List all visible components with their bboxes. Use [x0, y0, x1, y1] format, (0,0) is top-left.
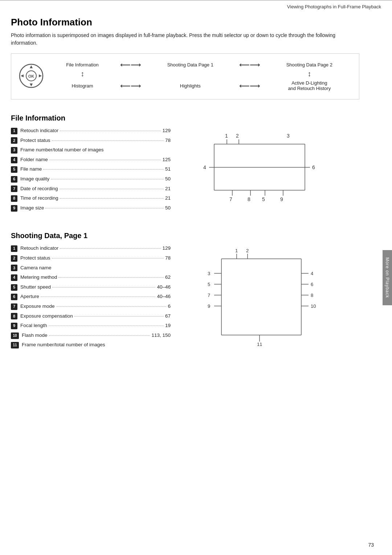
- file-info-list: 1 Retouch indicator 129 2 Protect status: [11, 127, 171, 213]
- nav-active-dlighting: Active D-Lighting and Retouch History: [267, 79, 352, 93]
- svg-text:8: 8: [311, 293, 313, 298]
- nav-arrow-4: ⟵⟶: [233, 79, 267, 93]
- shoot-item-4: 4 Metering method 62: [11, 273, 171, 281]
- shoot-label-6: Aperture 40–46: [20, 293, 171, 301]
- file-item-6: 6 Image quality 50: [11, 175, 171, 183]
- shoot-label-3: Camera name: [20, 264, 171, 272]
- item-num-8: 8: [11, 195, 17, 202]
- shoot-item-2: 2 Protect status 78: [11, 254, 171, 262]
- svg-text:2: 2: [246, 248, 249, 253]
- item-num-4: 4: [11, 157, 17, 163]
- nav-shooting2: Shooting Data Page 2: [267, 60, 352, 69]
- file-item-5: 5 File name 51: [11, 165, 171, 173]
- nav-arrow-2: ⟵⟶: [233, 60, 267, 69]
- nav-file-info: File Information: [51, 60, 114, 69]
- svg-text:3: 3: [287, 133, 290, 139]
- shoot-num-2: 2: [11, 255, 17, 262]
- file-item-9: 9 Image size 50: [11, 204, 171, 212]
- svg-text:2: 2: [236, 133, 239, 139]
- svg-text:4: 4: [203, 164, 206, 170]
- side-tab: More on Playback: [383, 250, 392, 305]
- nav-highlights: Highlights: [148, 79, 233, 93]
- svg-marker-5: [21, 74, 24, 77]
- file-item-1: 1 Retouch indicator 129: [11, 127, 171, 135]
- svg-text:6: 6: [311, 282, 313, 287]
- header-title: Viewing Photographs in Full-Frame Playba…: [287, 4, 381, 9]
- shoot-label-5: Shutter speed 40–46: [20, 283, 171, 291]
- svg-text:5: 5: [208, 282, 210, 287]
- page-container: Viewing Photographs in Full-Frame Playba…: [0, 0, 392, 555]
- file-information-title: File Information: [11, 114, 381, 122]
- diagram-content: File Information ⟵⟶ Shooting Data Page 1…: [51, 60, 352, 93]
- file-info-layout: 1 Retouch indicator 129 2 Protect status: [11, 127, 381, 213]
- shoot-item-11: 11 Frame number/total number of images: [11, 341, 171, 349]
- shoot-label-10: Flash mode 113, 150: [22, 331, 171, 339]
- item-label-9: Image size 50: [20, 204, 171, 212]
- file-item-7: 7 Date of recording 21: [11, 185, 171, 193]
- svg-text:6: 6: [312, 164, 315, 170]
- shoot-item-5: 5 Shutter speed 40–46: [11, 283, 171, 291]
- shoot-num-8: 8: [11, 313, 17, 319]
- main-content: Photo Information Photo information is s…: [0, 9, 392, 380]
- item-label-7: Date of recording 21: [20, 185, 171, 193]
- item-label-2: Protect status 78: [20, 136, 171, 144]
- shoot-label-8: Exposure compensation 67: [20, 312, 171, 320]
- shoot-num-1: 1: [11, 245, 17, 252]
- shooting-info-list: 1 Retouch indicator 129 2 Protect status: [11, 244, 171, 351]
- shoot-label-9: Focal length 19: [20, 322, 171, 330]
- photo-information-section: Photo Information Photo information is s…: [11, 17, 381, 99]
- nav-arrow-1: ⟵⟶: [114, 60, 148, 69]
- shoot-num-3: 3: [11, 265, 17, 271]
- page-header: Viewing Photographs in Full-Frame Playba…: [0, 0, 392, 9]
- shoot-item-8: 8 Exposure compensation 67: [11, 312, 171, 320]
- shoot-label-4: Metering method 62: [20, 273, 171, 281]
- svg-text:OK: OK: [28, 74, 34, 78]
- svg-text:9: 9: [280, 196, 283, 202]
- svg-text:3: 3: [208, 271, 210, 276]
- item-label-5: File name 51: [20, 165, 171, 173]
- svg-text:4: 4: [311, 271, 313, 276]
- shoot-num-11: 11: [11, 342, 19, 348]
- item-num-6: 6: [11, 176, 17, 183]
- file-item-3: 3 Frame number/total number of images: [11, 146, 171, 154]
- svg-text:11: 11: [257, 342, 262, 346]
- svg-text:7: 7: [229, 196, 232, 202]
- intro-text: Photo information is superimposed on ima…: [11, 32, 338, 47]
- svg-text:1: 1: [235, 248, 238, 253]
- item-num-1: 1: [11, 128, 17, 134]
- item-num-9: 9: [11, 205, 17, 212]
- file-item-4: 4 Folder name 125: [11, 156, 171, 164]
- file-item-8: 8 Time of recording 21: [11, 194, 171, 202]
- item-num-5: 5: [11, 166, 17, 173]
- page-number: 73: [368, 542, 374, 548]
- shoot-label-2: Protect status 78: [20, 254, 171, 262]
- shooting-data-title: Shooting Data, Page 1: [11, 232, 381, 240]
- svg-text:1: 1: [225, 133, 228, 139]
- shooting-data-diagram: 1 2: [185, 244, 323, 346]
- shoot-num-6: 6: [11, 294, 17, 300]
- svg-text:7: 7: [208, 293, 210, 298]
- svg-text:8: 8: [248, 196, 250, 202]
- nav-shooting1: Shooting Data Page 1: [148, 60, 233, 69]
- shoot-item-10: 10 Flash mode 113, 150: [11, 331, 171, 339]
- file-info-diagram: 1 2 3: [185, 127, 323, 207]
- shoot-label-7: Exposure mode 6: [20, 302, 171, 310]
- svg-marker-3: [30, 65, 33, 68]
- ok-button-icon: OK: [19, 63, 44, 90]
- item-num-7: 7: [11, 185, 17, 192]
- item-label-1: Retouch indicator 129: [20, 127, 171, 135]
- photo-information-title: Photo Information: [11, 17, 381, 28]
- item-label-8: Time of recording 21: [20, 194, 171, 202]
- shooting-data-section: Shooting Data, Page 1 1 Retouch indicato…: [11, 232, 381, 351]
- shoot-item-9: 9 Focal length 19: [11, 322, 171, 330]
- shoot-label-1: Retouch indicator 129: [20, 244, 171, 252]
- svg-text:5: 5: [262, 196, 265, 202]
- shoot-item-7: 7 Exposure mode 6: [11, 302, 171, 310]
- shooting-info-layout: 1 Retouch indicator 129 2 Protect status: [11, 244, 381, 351]
- item-label-3: Frame number/total number of images: [20, 146, 171, 154]
- file-information-section: File Information 1 Retouch indicator 129…: [11, 114, 381, 213]
- item-num-2: 2: [11, 137, 17, 144]
- shoot-num-7: 7: [11, 303, 17, 310]
- svg-marker-4: [30, 83, 33, 86]
- item-label-6: Image quality 50: [20, 175, 171, 183]
